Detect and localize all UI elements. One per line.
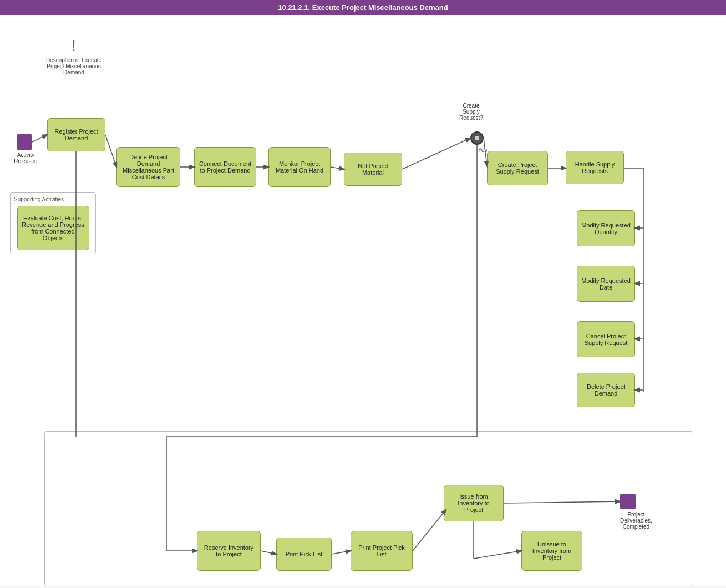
node-print-project-pick-list[interactable]: Print Project Pick List [351,531,413,571]
gateway-label: CreateSupplyRequest? [450,103,492,121]
title-bar: 10.21.2.1. Execute Project Miscellaneous… [0,0,726,15]
start-label: ActivityReleased [8,152,44,164]
node-modify-date[interactable]: Modify Requested Date [577,266,635,302]
supporting-title: Supporting Activities [14,196,92,202]
node-register-project-demand[interactable]: Register Project Demand [47,118,105,151]
node-net-project-material[interactable]: Net Project Material [344,153,402,186]
description-icon: ! [38,37,110,55]
node-monitor-material[interactable]: Monitor Project Material On Hand [268,147,331,187]
end-node [620,494,636,509]
node-cancel-supply-request[interactable]: Cancel Project Supply Request [577,321,635,357]
svg-line-5 [402,138,470,169]
supporting-box: Supporting Activities Evaluate Cost, Hou… [10,192,96,254]
svg-line-1 [105,135,116,167]
node-reserve-inventory[interactable]: Reserve Inventory to Project [197,531,261,571]
node-connect-document[interactable]: Connect Document to Project Demand [194,147,256,187]
node-delete-demand[interactable]: Delete Project Demand [577,373,635,407]
gateway-yes-label: Yes [478,147,487,153]
end-label: Project Deliverables,Completed [611,511,661,530]
svg-line-0 [32,135,47,142]
node-handle-supply-requests[interactable]: Handle Supply Requests [566,151,624,184]
gateway-circle [470,131,484,145]
node-modify-quantity[interactable]: Modify Requested Quantity [577,210,635,246]
start-node [17,134,32,150]
description-text: Description of Execute Project Miscellan… [46,57,101,75]
node-define-project-demand[interactable]: Define Project Demand Miscellaneous Part… [116,147,180,187]
node-print-pick-list[interactable]: Print Pick List [276,538,332,571]
node-create-supply-request[interactable]: Create Project Supply Request [487,151,548,185]
description-box: ! Description of Execute Project Miscell… [38,37,110,75]
node-unissue-inventory[interactable]: Unissue to Inventory from Project [521,531,582,571]
node-issue-inventory[interactable]: Issue from Inventory to Project [444,485,504,521]
svg-line-4 [331,167,344,169]
title-text: 10.21.2.1. Execute Project Miscellaneous… [278,3,448,12]
node-evaluate-cost[interactable]: Evaluate Cost, Hours, Revenue and Progre… [17,206,89,250]
